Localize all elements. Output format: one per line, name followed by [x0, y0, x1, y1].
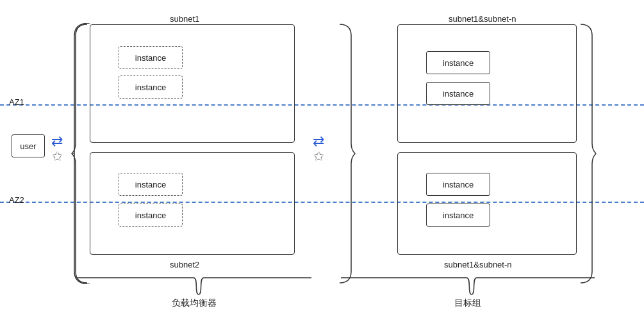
- arrow-a: ⇄ ✩: [51, 134, 63, 163]
- right-bottom-label: subnet1&subnet-n: [444, 260, 512, 269]
- az1-label: AZ1: [9, 97, 24, 107]
- arrow-b-icon: ⇄: [313, 134, 324, 148]
- subnet2-label: subnet2: [170, 260, 199, 269]
- bottom-brace-left: [76, 276, 313, 296]
- right-brace: [577, 23, 597, 284]
- instance-r2-1: instance: [426, 173, 490, 196]
- user-label: user: [20, 141, 36, 151]
- instance-s2-2: instance: [119, 204, 183, 227]
- diagram: AZ1 AZ2 user ⇄ ✩ ⇄ ✩ subnet1 subnet2 ins…: [0, 0, 644, 320]
- star-b-icon: ✩: [313, 150, 324, 163]
- tg-label: 目标组: [340, 298, 596, 309]
- instance-s2-1: instance: [119, 173, 183, 196]
- user-box: user: [12, 134, 45, 157]
- az2-label: AZ2: [9, 195, 24, 205]
- instance-s1-1: instance: [119, 46, 183, 69]
- subnet1-label: subnet1: [170, 14, 199, 24]
- instance-s1-2: instance: [119, 76, 183, 99]
- star-a-icon: ✩: [52, 150, 63, 163]
- lb-label: 负载均衡器: [76, 298, 313, 309]
- instance-r2-2: instance: [426, 204, 490, 227]
- instance-r1-2: instance: [426, 82, 490, 105]
- instance-r1-1: instance: [426, 51, 490, 74]
- bottom-brace-right: [340, 276, 596, 296]
- arrow-b: ⇄ ✩: [313, 134, 324, 163]
- arrow-a-icon: ⇄: [51, 134, 63, 148]
- right-top-label: subnet1&subnet-n: [449, 14, 516, 24]
- left-brace: [70, 23, 91, 284]
- middle-brace: [336, 23, 356, 284]
